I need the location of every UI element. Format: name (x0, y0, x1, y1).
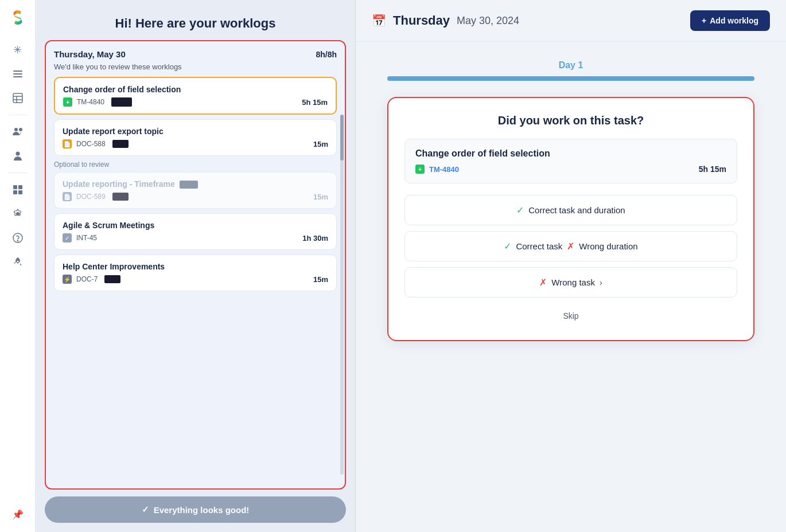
worklog-meta-opt-3: ⚡ DOC-7 15m (63, 275, 328, 284)
sidebar-divider-1 (9, 115, 27, 115)
svg-point-9 (15, 152, 20, 156)
task-preview-duration: 5h 15m (699, 165, 726, 174)
svg-point-7 (14, 128, 18, 131)
review-option-wrong-duration[interactable]: ✓ Correct task ✗ Wrong duration (404, 231, 737, 261)
day-header: Thursday, May 30 8h/8h (54, 49, 337, 59)
task-preview-card: Change order of field selection + TM-484… (404, 139, 737, 183)
task-icon-gray-opt-1: 📄 (63, 192, 72, 201)
check-icon-btn: ✓ (142, 504, 149, 515)
worklog-duration-opt-2: 1h 30m (302, 234, 328, 242)
task-preview-meta: + TM-4840 5h 15m (415, 165, 726, 174)
task-preview-id[interactable]: TM-4840 (429, 165, 459, 174)
redacted-2 (112, 140, 129, 148)
worklog-task-name-opt-1: Update reporting - Timeframe (63, 179, 328, 189)
redacted-opt-3 (104, 275, 120, 283)
worklog-card-opt-3[interactable]: Help Center Improvements ⚡ DOC-7 15m (54, 255, 337, 291)
worklog-card-1[interactable]: Change order of field selection + TM-484… (54, 77, 337, 115)
x-icon-opt3: ✗ (539, 277, 547, 288)
worklog-duration-2: 15m (313, 140, 328, 148)
worklog-duration-opt-3: 15m (313, 275, 328, 284)
worklog-task-name-1: Change order of field selection (63, 85, 328, 94)
everything-looks-good-button[interactable]: ✓ Everything looks good! (45, 496, 346, 523)
review-subtitle: We'd like you to review these worklogs (54, 62, 337, 71)
task-preview-icon-green: + (415, 165, 425, 174)
sparkle-icon[interactable]: ✳ (7, 39, 29, 61)
add-worklog-label: Add worklog (710, 16, 758, 25)
worklog-meta-opt-2: ✓ INT-45 1h 30m (63, 233, 328, 242)
task-icon-check-opt-2: ✓ (63, 233, 72, 242)
plus-icon: + (702, 16, 706, 25)
pin-icon[interactable]: 📌 (7, 503, 29, 525)
task-badge-opt-2: INT-45 (76, 234, 97, 242)
right-header: 📅 Thursday May 30, 2024 + Add worklog (356, 0, 786, 42)
app-logo[interactable] (7, 7, 28, 28)
svg-point-16 (17, 261, 18, 263)
svg-point-15 (17, 240, 18, 241)
task-preview-name: Change order of field selection (415, 148, 726, 159)
day-indicator: Day 1 (559, 60, 583, 71)
calendar-icon: 📅 (372, 14, 386, 28)
worklog-duration-1: 5h 15m (302, 98, 328, 107)
settings-icon[interactable] (7, 203, 29, 225)
review-option-correct-all[interactable]: ✓ Correct task and duration (404, 195, 737, 225)
svg-rect-1 (13, 73, 22, 75)
table-icon[interactable] (7, 87, 29, 109)
worklog-meta-1: + TM-4840 5h 15m (63, 97, 328, 107)
svg-point-8 (19, 128, 22, 131)
add-worklog-button[interactable]: + Add worklog (690, 10, 770, 31)
optional-label: Optional to review (54, 161, 337, 169)
check-icon-opt1: ✓ (516, 205, 524, 216)
left-panel: Hi! Here are your worklogs Thursday, May… (36, 0, 356, 532)
date-label: May 30, 2024 (457, 15, 519, 27)
redacted-1 (111, 97, 132, 107)
worklog-duration-opt-1: 15m (313, 193, 328, 201)
worklog-card-2[interactable]: Update report export topic 📄 DOC-588 15m (54, 119, 337, 156)
svg-rect-11 (18, 185, 22, 189)
list-icon[interactable] (7, 63, 29, 85)
worklog-card-opt-1[interactable]: Update reporting - Timeframe 📄 DOC-589 1… (54, 172, 337, 209)
scrollbar-track[interactable] (340, 115, 344, 475)
redacted-opt-1 (180, 181, 198, 189)
svg-rect-13 (18, 190, 22, 194)
worklog-task-name-opt-2: Agile & Scrum Meetings (63, 221, 328, 230)
task-icon-bolt-opt-3: ⚡ (63, 275, 72, 284)
redacted-opt-1b (112, 193, 129, 201)
worklogs-container: Thursday, May 30 8h/8h We'd like you to … (45, 40, 346, 490)
worklog-task-name-2: Update report export topic (63, 127, 328, 136)
people-icon[interactable] (7, 121, 29, 143)
worklog-card-opt-2[interactable]: Agile & Scrum Meetings ✓ INT-45 1h 30m (54, 213, 337, 250)
skip-button[interactable]: Skip (404, 303, 737, 328)
check-icon-opt2: ✓ (504, 241, 511, 252)
svg-rect-3 (13, 93, 22, 103)
task-badge-opt-1: DOC-589 (76, 193, 106, 201)
right-content: Day 1 Did you work on this task? Change … (356, 42, 786, 532)
task-badge-opt-3: DOC-7 (76, 275, 98, 283)
worklog-meta-2: 📄 DOC-588 15m (63, 139, 328, 148)
svg-rect-0 (13, 71, 22, 72)
person-icon[interactable] (7, 145, 29, 167)
review-option-label-2a: Correct task (516, 241, 562, 251)
chevron-right-icon: › (600, 278, 602, 287)
review-option-label-1: Correct task and duration (528, 205, 625, 215)
rocket-icon[interactable] (7, 251, 29, 273)
task-icon-green-1: + (63, 97, 72, 107)
day-progress-bar (387, 76, 754, 81)
review-option-wrong-task[interactable]: ✗ Wrong task › (404, 267, 737, 298)
grid-icon[interactable] (7, 179, 29, 201)
scrollbar-thumb[interactable] (340, 115, 344, 161)
worklog-task-name-opt-3: Help Center Improvements (63, 262, 328, 271)
review-modal: Did you work on this task? Change order … (387, 97, 754, 341)
help-icon[interactable] (7, 227, 29, 249)
right-panel: 📅 Thursday May 30, 2024 + Add worklog Da… (356, 0, 786, 532)
worklog-meta-opt-1: 📄 DOC-589 15m (63, 192, 328, 201)
day-name: Thursday (393, 13, 450, 28)
x-icon-opt2: ✗ (567, 241, 574, 252)
svg-rect-2 (13, 76, 22, 77)
everything-btn-label: Everything looks good! (154, 505, 250, 515)
sidebar: ✳ 📌 (0, 0, 36, 532)
svg-rect-12 (13, 190, 17, 194)
task-badge-1: TM-4840 (77, 98, 104, 106)
day-hours: 8h/8h (316, 50, 337, 59)
review-option-label-3: Wrong task (551, 277, 595, 287)
left-panel-heading: Hi! Here are your worklogs (36, 0, 355, 40)
